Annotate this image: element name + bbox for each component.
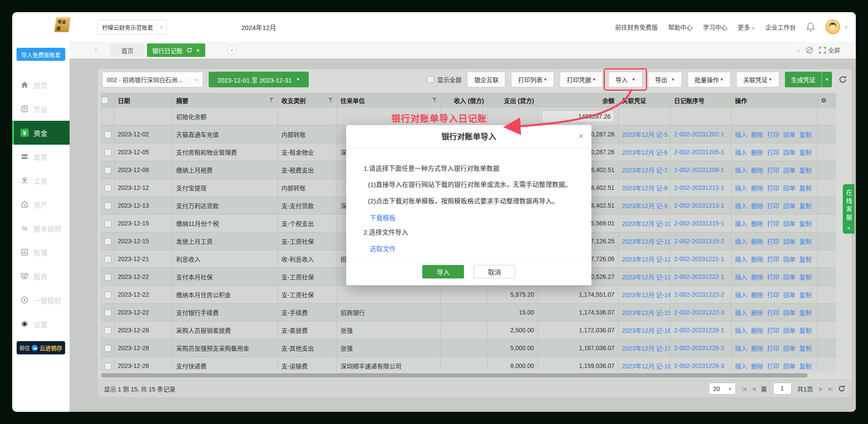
op-link-删除[interactable]: 删除 (751, 220, 763, 227)
toolbar-button-导出[interactable]: 导出▼ (648, 72, 682, 87)
op-link-回单[interactable]: 回单 (783, 202, 795, 209)
op-link-复制[interactable]: 复制 (799, 363, 811, 370)
page-size-select[interactable]: 20 ∨ (709, 383, 736, 394)
op-link-删除[interactable]: 删除 (751, 149, 763, 156)
op-link-回单[interactable]: 回单 (783, 274, 795, 281)
page-number-input[interactable]: 1 (773, 383, 791, 394)
sidebar-item-funds[interactable]: ¥资金 (12, 121, 70, 145)
op-link-删除[interactable]: 删除 (751, 256, 763, 263)
op-link-删除[interactable]: 删除 (751, 327, 763, 334)
serial-link[interactable]: 2-002-20231213-1 (674, 202, 724, 209)
op-link-删除[interactable]: 删除 (751, 363, 763, 370)
modal-link-选取文件[interactable]: 选取文件 (370, 244, 396, 253)
op-link-复制[interactable]: 复制 (799, 309, 811, 316)
first-page-icon[interactable]: |◀ (742, 386, 745, 392)
op-link-复制[interactable]: 复制 (799, 220, 811, 227)
op-link-回单[interactable]: 回单 (783, 185, 795, 192)
op-link-删除[interactable]: 删除 (751, 309, 763, 316)
op-link-插入[interactable]: 插入 (735, 185, 747, 192)
header-checkbox[interactable] (101, 97, 108, 104)
row-checkbox[interactable] (104, 185, 111, 192)
serial-link[interactable]: 2-002-20231212-1 (674, 184, 724, 191)
serial-link[interactable]: 2-002-20231222-3 (674, 309, 724, 316)
op-link-删除[interactable]: 删除 (751, 167, 763, 174)
op-link-打印[interactable]: 打印 (767, 202, 779, 209)
op-link-插入[interactable]: 插入 (735, 256, 747, 263)
op-link-打印[interactable]: 打印 (767, 167, 779, 174)
op-link-复制[interactable]: 复制 (799, 185, 811, 192)
toolbar-button-关联凭证[interactable]: 关联凭证▼ (736, 72, 779, 87)
row-checkbox[interactable] (104, 167, 111, 174)
op-link-插入[interactable]: 插入 (735, 327, 747, 334)
header-link[interactable]: 企业工作台 (765, 23, 796, 31)
online-support-tab[interactable]: 在线客服 « (843, 184, 855, 234)
op-link-插入[interactable]: 插入 (735, 149, 747, 156)
op-link-打印[interactable]: 打印 (767, 309, 779, 316)
voucher-link[interactable]: 2023年12月 记-9 (622, 202, 668, 209)
filter-funnel-icon[interactable] (328, 97, 333, 104)
voucher-link[interactable]: 2023年12月 记-8 (622, 185, 668, 192)
sidebar-item-salary[interactable]: 工资 (12, 169, 70, 192)
row-checkbox[interactable] (104, 256, 111, 263)
op-link-复制[interactable]: 复制 (799, 238, 811, 245)
op-link-插入[interactable]: 插入 (735, 220, 747, 227)
serial-link[interactable]: 2-002-20231215-1 (674, 220, 724, 227)
user-avatar[interactable] (825, 20, 840, 34)
op-link-打印[interactable]: 打印 (767, 327, 779, 334)
row-checkbox[interactable] (104, 345, 111, 352)
serial-link[interactable]: 2-002-20231208-1 (674, 166, 724, 173)
voucher-link[interactable]: 2023年12月 记-6 (622, 149, 668, 156)
op-link-删除[interactable]: 删除 (751, 292, 763, 298)
sidebar-item-books[interactable]: 账簿 (12, 240, 70, 264)
op-link-打印[interactable]: 打印 (767, 185, 779, 192)
header-link[interactable]: 更多∨ (738, 23, 755, 31)
sidebar-item-tax[interactable]: 一键报税 (12, 288, 70, 312)
op-link-回单[interactable]: 回单 (783, 345, 795, 352)
op-link-插入[interactable]: 插入 (735, 274, 747, 281)
op-link-复制[interactable]: 复制 (799, 292, 811, 298)
sidebar-item-report[interactable]: 报表 (12, 264, 70, 288)
voucher-link[interactable]: 2023年12月 记-12 (622, 256, 671, 263)
op-link-复制[interactable]: 复制 (799, 149, 811, 156)
voucher-link[interactable]: 2023年12月 记-5 (622, 131, 668, 138)
modal-close-icon[interactable]: × (578, 131, 584, 141)
op-link-插入[interactable]: 插入 (735, 292, 747, 298)
generate-voucher-button[interactable]: 生成凭证 ▼ (785, 72, 832, 87)
tab-close-icon[interactable]: × (196, 47, 200, 53)
generate-voucher-dropdown-icon[interactable]: ▼ (821, 72, 832, 87)
op-link-打印[interactable]: 打印 (767, 131, 779, 138)
tab-refresh-icon[interactable] (187, 47, 192, 53)
serial-link[interactable]: 2-002-20231205-1 (674, 149, 724, 156)
sidebar-item-asset[interactable]: 资产 (12, 192, 70, 216)
header-link[interactable]: 前往财务免费版 (615, 23, 658, 31)
serial-link[interactable]: 2-002-20231202-1 (674, 131, 724, 138)
serial-link[interactable]: 2-002-20231228-1 (674, 327, 724, 334)
row-checkbox[interactable] (104, 131, 111, 138)
sidebar-item-settings[interactable]: 设置 (12, 312, 70, 336)
op-link-插入[interactable]: 插入 (735, 363, 747, 370)
op-link-插入[interactable]: 插入 (735, 131, 747, 138)
op-link-复制[interactable]: 复制 (799, 131, 811, 138)
op-link-删除[interactable]: 删除 (751, 274, 763, 281)
op-link-回单[interactable]: 回单 (783, 309, 795, 316)
header-link[interactable]: 帮助中心 (668, 23, 693, 31)
row-checkbox[interactable] (104, 149, 111, 156)
show-all-checkbox[interactable] (427, 76, 434, 83)
initial-balance-input[interactable]: 1480287.26 (541, 110, 614, 123)
op-link-回单[interactable]: 回单 (783, 256, 795, 263)
tabs-scroll-left-icon[interactable]: ‹ (95, 46, 97, 53)
op-link-复制[interactable]: 复制 (799, 256, 811, 263)
op-link-回单[interactable]: 回单 (783, 238, 795, 245)
serial-link[interactable]: 2-002-20231222-2 (674, 291, 724, 298)
op-link-复制[interactable]: 复制 (799, 167, 811, 174)
toolbar-button-导入[interactable]: 导入▼ (608, 72, 642, 87)
voucher-link[interactable]: 2023年12月 记-14 (622, 292, 671, 298)
pagination-refresh-icon[interactable] (838, 385, 845, 392)
op-link-插入[interactable]: 插入 (735, 309, 747, 316)
voucher-link[interactable]: 2023年12月 记-13 (622, 274, 671, 281)
op-link-删除[interactable]: 删除 (751, 345, 763, 352)
horizontal-scrollbar-thumb[interactable] (101, 373, 808, 378)
toolbar-button-银企互联[interactable]: 银企互联 (467, 72, 505, 87)
row-checkbox[interactable] (104, 202, 111, 209)
row-checkbox[interactable] (104, 292, 111, 298)
